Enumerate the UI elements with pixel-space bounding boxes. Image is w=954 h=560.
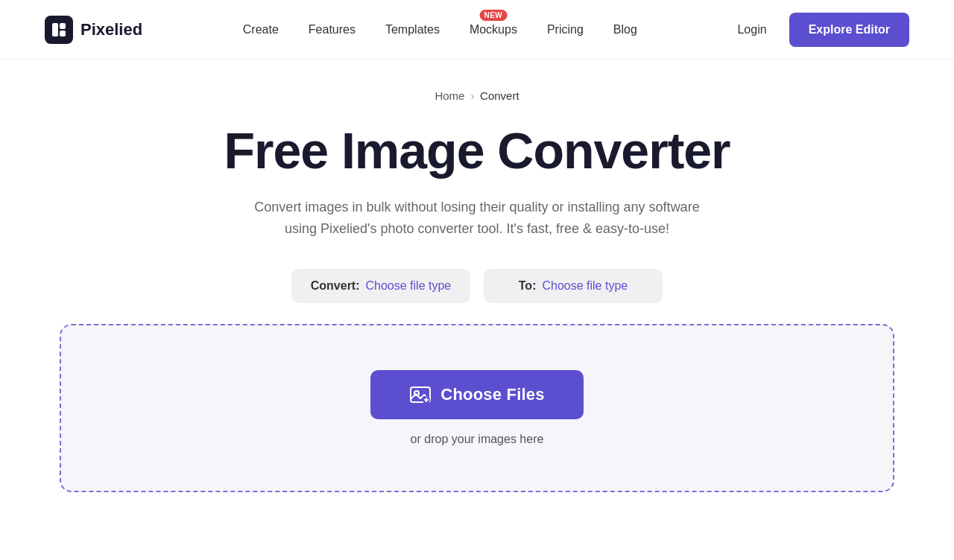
image-upload-icon: [409, 384, 432, 406]
nav-item-templates[interactable]: Templates: [385, 23, 440, 36]
convert-from-selector[interactable]: Convert: Choose file type: [291, 269, 470, 303]
main-content: Home › Convert Free Image Converter Conv…: [0, 60, 954, 537]
convert-to-selector[interactable]: To: Choose file type: [484, 269, 663, 303]
drop-text: or drop your images here: [411, 433, 544, 446]
convert-from-value[interactable]: Choose file type: [366, 279, 452, 293]
main-nav: Create Features Templates NEW Mockups Pr…: [243, 23, 637, 36]
nav-item-create[interactable]: Create: [243, 23, 279, 36]
choose-files-button[interactable]: Choose Files: [370, 370, 583, 419]
dropzone[interactable]: Choose Files or drop your images here: [60, 324, 894, 492]
svg-rect-0: [52, 23, 58, 36]
page-title: Free Image Converter: [224, 123, 730, 179]
nav-item-mockups[interactable]: Mockups: [470, 23, 517, 36]
convert-from-label: Convert:: [311, 279, 360, 293]
explore-editor-button[interactable]: Explore Editor: [789, 13, 909, 47]
breadcrumb-home[interactable]: Home: [435, 89, 464, 102]
logo[interactable]: Pixelied: [45, 16, 142, 44]
file-type-row: Convert: Choose file type To: Choose fil…: [291, 269, 663, 303]
logo-text: Pixelied: [80, 20, 142, 39]
header: Pixelied Create Features Templates NEW M…: [0, 0, 954, 60]
breadcrumb-current: Convert: [480, 89, 519, 102]
nav-item-mockups-wrapper[interactable]: NEW Mockups: [470, 23, 517, 36]
nav-item-blog[interactable]: Blog: [613, 23, 637, 36]
svg-rect-2: [60, 31, 66, 36]
nav-item-features[interactable]: Features: [309, 23, 356, 36]
convert-to-value[interactable]: Choose file type: [542, 279, 628, 293]
breadcrumb-separator: ›: [470, 90, 474, 102]
header-right: Login Explore Editor: [737, 13, 909, 47]
hero-subtitle: Convert images in bulk without losing th…: [253, 197, 701, 240]
nav-item-pricing[interactable]: Pricing: [547, 23, 584, 36]
login-link[interactable]: Login: [737, 23, 766, 36]
logo-icon: [45, 16, 73, 44]
new-badge: NEW: [479, 10, 507, 21]
svg-rect-1: [60, 23, 66, 29]
convert-to-label: To:: [519, 279, 537, 293]
choose-files-label: Choose Files: [440, 385, 544, 404]
breadcrumb: Home › Convert: [435, 89, 519, 102]
